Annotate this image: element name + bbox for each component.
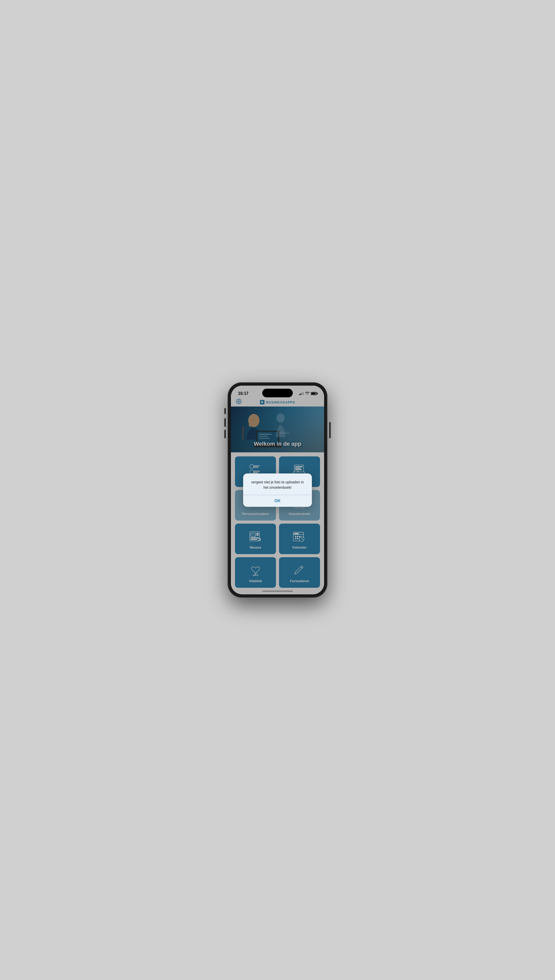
phone-screen: 16:17	[231, 386, 324, 594]
volume-down-button[interactable]	[224, 430, 226, 438]
modal-message: vergeet niet je foto te uploaden in het …	[243, 474, 312, 495]
modal-dialog: vergeet niet je foto te uploaden in het …	[243, 474, 312, 507]
silent-button[interactable]	[224, 408, 226, 414]
power-button[interactable]	[329, 422, 331, 438]
modal-overlay: vergeet niet je foto te uploaden in het …	[231, 386, 324, 594]
volume-up-button[interactable]	[224, 418, 226, 427]
phone-frame: 16:17	[228, 383, 327, 597]
modal-ok-button[interactable]: OK	[243, 495, 312, 507]
